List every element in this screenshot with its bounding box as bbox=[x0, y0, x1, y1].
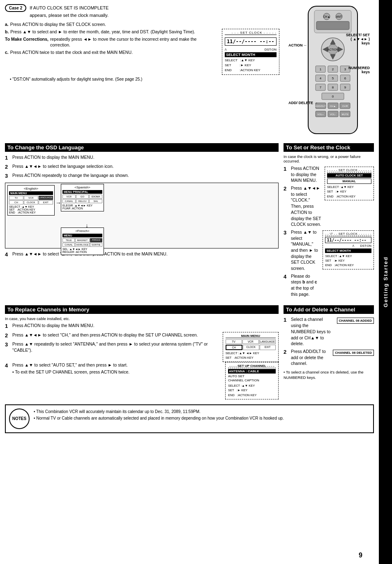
french-menu-box: <French> MENU TELE MAGNET ANGLE CANAL HO… bbox=[61, 227, 104, 255]
set-clock-box: - - - SET CLOCK - - - - - 11/--/---- --:… bbox=[222, 29, 279, 75]
lang-diagram: <English> MAIN MENU TV VCR LANGUAGE CH C… bbox=[5, 183, 279, 248]
remote-control-area: ACTION ← SELECT/ SET ( ▲▼◄► ) keys NUMBE… bbox=[284, 4, 374, 137]
case2-title: If AUTO CLOCK SET IS INCOMPLETE appears,… bbox=[30, 4, 108, 19]
svg-text:1: 1 bbox=[320, 67, 322, 71]
english-menu-box: <English> MAIN MENU TV VCR LANGUAGE CH C… bbox=[7, 185, 55, 216]
svg-text:8: 8 bbox=[332, 86, 334, 89]
side-tab: Getting Started bbox=[379, 0, 392, 564]
svg-text:CH▼: CH▼ bbox=[342, 105, 348, 107]
set-reset-subtitle: In case the clock is wrong, or a power f… bbox=[284, 154, 374, 163]
step-corrections: To Make Corrections, repeatedly press ◄►… bbox=[5, 36, 218, 48]
replace-step-2: 2 Press ▲▼◄► to select "CH," and then pr… bbox=[5, 332, 217, 339]
set-reset-step-2: 2 Press ▲▼◄► to select "CLOCK." Then, pr… bbox=[284, 185, 322, 227]
replace-channels-header: To Replace Channels in Memory bbox=[5, 305, 279, 314]
replace-subtitle: In case, you have cable installed, etc. bbox=[5, 316, 279, 321]
osd-step-3: 3 Press ACTION repeatedly to change the … bbox=[5, 172, 279, 180]
add-delete-label: ADD/ DELETE → bbox=[288, 101, 318, 105]
set-reset-step-1: 1 Press ACTION to display the MAIN MENU. bbox=[284, 165, 322, 183]
clock-box2: - - \7 - - SET CLOCK - - - - - - 11/--/-… bbox=[323, 230, 374, 269]
numbered-label: NUMBERED keys bbox=[348, 66, 370, 74]
osd-step-1: 1 Press ACTION to display the MAIN MENU. bbox=[5, 154, 279, 162]
add-delete-header: To Add or Delete a Channel bbox=[284, 305, 374, 314]
add-delete-step-1: 1 Select a channel using the NUMBERED ke… bbox=[284, 316, 334, 346]
svg-text:CH▲: CH▲ bbox=[323, 15, 330, 18]
channel-deleted-box: CHANNEL 08 DELETED bbox=[333, 350, 374, 356]
step-a: a. Press ACTION to display the SET CLOCK… bbox=[5, 21, 279, 28]
svg-text:4: 4 bbox=[320, 77, 322, 80]
select-set-label: SELECT/ SET ( ▲▼◄► ) keys bbox=[346, 33, 370, 45]
svg-text:5: 5 bbox=[332, 77, 334, 80]
svg-text:ADD/DLT: ADD/DLT bbox=[315, 105, 326, 107]
notes-badge: NOTES bbox=[9, 408, 30, 429]
svg-text:CH▲: CH▲ bbox=[330, 105, 336, 107]
add-delete-section: To Add or Delete a Channel 1 Select a ch… bbox=[284, 302, 374, 399]
svg-text:VOL+: VOL+ bbox=[317, 113, 324, 116]
svg-text:ANT: ANT bbox=[336, 15, 342, 18]
dst-note: • "DST:ON" automatically adjusts for day… bbox=[10, 77, 279, 82]
set-reset-step-4: 4 Please do steps b and c at the top of … bbox=[284, 273, 320, 297]
set-reset-step-3: 3 Press ▲▼ to select "MANUAL," and then … bbox=[284, 229, 320, 272]
notes-content: • This Combination VCR will accurately m… bbox=[34, 408, 284, 422]
svg-text:2: 2 bbox=[332, 67, 334, 71]
case2-header: Case 2 If AUTO CLOCK SET IS INCOMPLETE a… bbox=[5, 4, 279, 19]
svg-text:3: 3 bbox=[344, 67, 346, 71]
svg-text:MUTE: MUTE bbox=[342, 113, 349, 116]
svg-text:7: 7 bbox=[320, 86, 322, 89]
set-reset-header: To Set or Reset the Clock bbox=[284, 143, 374, 152]
osd-step-4: 4 Press ▲▼◄► to select "EXIT," and then … bbox=[5, 251, 279, 258]
add-delete-note: • To select a channel once it's deleted,… bbox=[284, 369, 374, 381]
osd-section-header: To Change the OSD Language bbox=[5, 143, 279, 152]
case2-badge: Case 2 bbox=[5, 4, 26, 12]
notes-section: NOTES • This Combination VCR will accura… bbox=[5, 404, 374, 433]
set-reset-clock-panel: To Set or Reset the Clock In case the cl… bbox=[284, 140, 374, 299]
replace-channels-section: To Replace Channels in Memory In case, y… bbox=[5, 302, 279, 399]
replace-step-3: 3 Press ▲▼ repeatedly to select "ANTENNA… bbox=[5, 341, 217, 353]
svg-text:VOL-: VOL- bbox=[330, 113, 336, 116]
replace-step-1: 1 Press ACTION to display the MAIN MENU. bbox=[5, 323, 279, 330]
replace-step-4: 4 Press ▲▼ to select "AUTO SET," and the… bbox=[5, 362, 219, 375]
step-b: b. Press ▲▼ to select and ► to enter the… bbox=[5, 29, 218, 35]
svg-text:9: 9 bbox=[344, 86, 346, 89]
step-c: c. Press ACTION twice to start the clock… bbox=[5, 49, 218, 56]
svg-text:ACTION: ACTION bbox=[327, 48, 338, 51]
svg-text:0: 0 bbox=[332, 95, 334, 98]
page-number: 9 bbox=[359, 552, 362, 559]
osd-step-2: 2 Press ▲▼◄► to select the language sele… bbox=[5, 163, 279, 171]
main-menu-small-box: MAIN MENU TV VCR LANGUAGE CH CLOCK EXIT bbox=[223, 332, 279, 362]
arrow-right: → bbox=[55, 200, 61, 206]
channel-added-box: CHANNEL 08 ADDED bbox=[337, 318, 374, 324]
svg-rect-6 bbox=[316, 21, 349, 30]
setup-channel-box: - - - - SET UP CHANNEL - - - - ANTENNA :… bbox=[225, 362, 279, 399]
svg-text:6: 6 bbox=[344, 77, 346, 80]
clock-box1: - - - - - SET CLOCK - - - - - - AUTO CLO… bbox=[325, 167, 374, 200]
case2-instructions: a. Press ACTION to display the SET CLOCK… bbox=[5, 21, 279, 82]
add-delete-step-2: 2 Press ADD/DLT to add or delete the cha… bbox=[284, 348, 330, 367]
spanish-menu-box: <Spanish> MENU PRINCIPAL VCR GO IDIOMA C… bbox=[61, 184, 104, 211]
action-label: ACTION ← bbox=[288, 43, 307, 47]
osd-steps: 1 Press ACTION to display the MAIN MENU.… bbox=[5, 154, 279, 180]
